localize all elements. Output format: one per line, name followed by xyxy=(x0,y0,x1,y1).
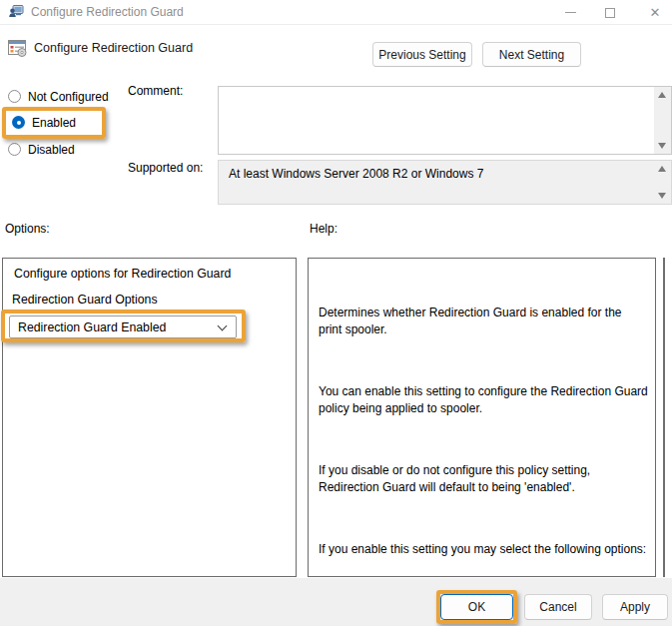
scroll-down-icon[interactable] xyxy=(658,193,666,199)
radio-enabled[interactable]: Enabled xyxy=(12,114,76,131)
dropdown-label: Redirection Guard Options xyxy=(12,293,158,307)
minimize-button[interactable] xyxy=(555,0,585,25)
help-paragraph: Determines whether Redirection Guard is … xyxy=(319,305,648,338)
radio-label: Disabled xyxy=(28,143,75,157)
scroll-down-icon[interactable] xyxy=(658,143,666,149)
ok-button[interactable]: OK xyxy=(440,594,513,620)
maximize-icon xyxy=(605,8,615,18)
radio-circle-unchecked[interactable] xyxy=(8,143,21,156)
supported-on-label: Supported on: xyxy=(128,161,203,175)
close-button[interactable]: ✕ xyxy=(640,0,670,25)
supported-scrollbar[interactable] xyxy=(654,161,671,204)
help-panel: Determines whether Redirection Guard is … xyxy=(308,258,656,577)
options-panel: Configure options for Redirection Guard … xyxy=(2,258,297,577)
help-label: Help: xyxy=(310,222,337,236)
radio-disabled[interactable]: Disabled xyxy=(8,141,75,158)
maximize-button[interactable] xyxy=(595,0,625,25)
setting-title: Configure Redirection Guard xyxy=(34,41,193,55)
scroll-up-icon[interactable] xyxy=(658,92,666,98)
cancel-button[interactable]: Cancel xyxy=(524,594,592,620)
help-scrollbar-thumb[interactable] xyxy=(663,258,665,577)
next-setting-button[interactable]: Next Setting xyxy=(482,42,581,67)
radio-not-configured[interactable]: Not Configured xyxy=(8,88,109,105)
minimize-icon xyxy=(565,12,576,13)
radio-circle-checked[interactable] xyxy=(12,116,25,129)
policy-setting-icon xyxy=(8,40,28,61)
help-paragraph: If you enable this setting you may selec… xyxy=(319,541,648,558)
radio-label: Enabled xyxy=(32,116,76,130)
previous-setting-button[interactable]: Previous Setting xyxy=(372,42,472,67)
comment-label: Comment: xyxy=(128,84,183,98)
configure-redirection-guard-dialog: Configure Redirection Guard ✕ Configure … xyxy=(0,0,672,626)
help-paragraph: You can enable this setting to configure… xyxy=(319,383,648,417)
supported-on-field: At least Windows Server 2008 R2 or Windo… xyxy=(218,160,672,205)
options-heading: Configure options for Redirection Guard xyxy=(14,267,231,281)
group-policy-app-icon xyxy=(8,4,24,20)
radio-circle-unchecked[interactable] xyxy=(8,90,21,103)
apply-button[interactable]: Apply xyxy=(602,594,668,620)
radio-label: Not Configured xyxy=(28,90,109,104)
redirection-guard-dropdown[interactable]: Redirection Guard Enabled xyxy=(9,315,237,338)
options-label: Options: xyxy=(5,222,50,236)
dropdown-selected-value: Redirection Guard Enabled xyxy=(10,320,166,334)
supported-on-value: At least Windows Server 2008 R2 or Windo… xyxy=(229,167,483,181)
comment-scrollbar[interactable] xyxy=(654,87,671,154)
window-title: Configure Redirection Guard xyxy=(31,0,184,25)
scroll-up-icon[interactable] xyxy=(658,166,666,172)
help-text: Determines whether Redirection Guard is … xyxy=(319,271,648,577)
help-paragraph: If you disable or do not configure this … xyxy=(319,462,648,496)
comment-textarea[interactable] xyxy=(218,86,672,155)
title-bar: Configure Redirection Guard ✕ xyxy=(0,0,672,25)
chevron-down-icon xyxy=(218,321,228,331)
